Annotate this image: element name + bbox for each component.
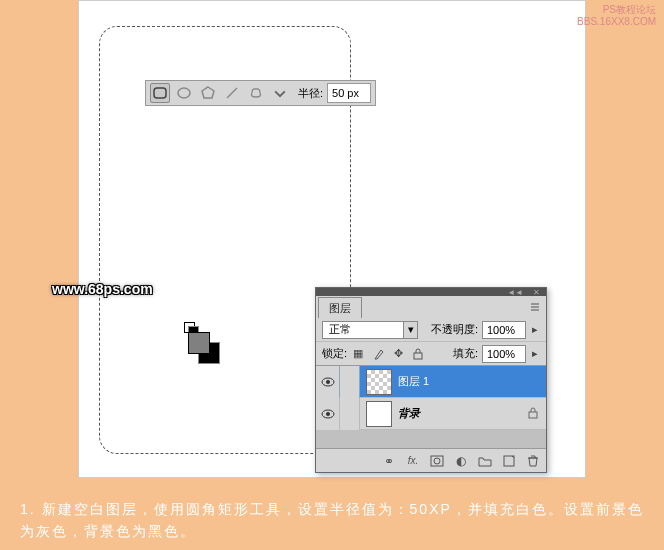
watermark-68ps: www.68ps.com (52, 281, 153, 297)
blend-mode-dropdown[interactable]: 正常 ▾ (322, 321, 418, 339)
visibility-toggle[interactable] (316, 366, 340, 398)
opacity-label: 不透明度: (431, 322, 478, 337)
layer-empty-area (316, 430, 546, 448)
rounded-rectangle-icon[interactable] (150, 83, 170, 103)
lock-all-icon[interactable] (411, 347, 425, 361)
opacity-slider-icon[interactable]: ▸ (530, 321, 540, 339)
shape-options-arrow-icon[interactable] (270, 83, 290, 103)
svg-rect-12 (529, 412, 537, 418)
trash-icon[interactable] (526, 454, 540, 468)
lock-icon (528, 407, 538, 421)
svg-marker-2 (202, 87, 214, 98)
lock-fill-row: 锁定: ▦ ✥ 填充: 100% ▸ (316, 342, 546, 366)
fx-icon[interactable]: fx. (406, 454, 420, 468)
color-swatches (184, 322, 224, 366)
layer-name[interactable]: 背录 (398, 406, 528, 421)
watermark-corner: PS教程论坛 BBS.16XX8.COM (577, 4, 656, 28)
ellipse-icon[interactable] (174, 83, 194, 103)
radius-label: 半径: (298, 86, 323, 101)
svg-line-3 (227, 88, 237, 98)
shape-options-bar: 半径: 50 px (145, 80, 376, 106)
svg-point-14 (434, 458, 440, 464)
layer-item[interactable]: 图层 1 (316, 366, 546, 398)
link-col[interactable] (340, 366, 360, 398)
adjustment-layer-icon[interactable]: ◐ (454, 454, 468, 468)
custom-shape-icon[interactable] (246, 83, 266, 103)
svg-rect-15 (504, 456, 514, 466)
lock-position-icon[interactable]: ✥ (391, 347, 405, 361)
visibility-toggle[interactable] (316, 398, 340, 430)
radius-input[interactable]: 50 px (327, 83, 371, 103)
layer-list: 图层 1 背录 (316, 366, 546, 448)
fill-slider-icon[interactable]: ▸ (530, 345, 540, 363)
foreground-color-swatch[interactable] (188, 332, 210, 354)
svg-point-11 (326, 412, 330, 416)
group-icon[interactable] (478, 454, 492, 468)
chevron-down-icon: ▾ (403, 322, 417, 338)
layers-panel: ◄◄ ✕ 图层 正常 ▾ 不透明度: 100% ▸ 锁定: ▦ ✥ (315, 287, 547, 473)
link-layers-icon[interactable]: ⚭ (382, 454, 396, 468)
svg-rect-0 (154, 88, 166, 98)
layer-name[interactable]: 图层 1 (398, 374, 546, 389)
fill-input[interactable]: 100% (482, 345, 526, 363)
layer-item[interactable]: 背录 (316, 398, 546, 430)
svg-point-9 (326, 380, 330, 384)
mask-icon[interactable] (430, 454, 444, 468)
svg-point-1 (178, 88, 190, 98)
lock-transparency-icon[interactable]: ▦ (351, 347, 365, 361)
lock-label: 锁定: (322, 346, 347, 361)
lock-pixels-icon[interactable] (371, 347, 385, 361)
new-layer-icon[interactable] (502, 454, 516, 468)
panel-menu-icon[interactable] (528, 300, 542, 314)
tutorial-caption: 1. 新建空白图层，使用圆角矩形工具，设置半径值为：50XP，并填充白色。设置前… (20, 498, 644, 542)
tab-layers[interactable]: 图层 (318, 297, 362, 318)
link-col[interactable] (340, 398, 360, 430)
svg-rect-7 (414, 353, 422, 359)
polygon-icon[interactable] (198, 83, 218, 103)
blend-opacity-row: 正常 ▾ 不透明度: 100% ▸ (316, 318, 546, 342)
panel-titlebar[interactable]: ◄◄ ✕ (316, 288, 546, 296)
layer-thumbnail[interactable] (366, 401, 392, 427)
panel-tabs: 图层 (316, 296, 546, 318)
fill-label: 填充: (453, 346, 478, 361)
layer-thumbnail[interactable] (366, 369, 392, 395)
opacity-input[interactable]: 100% (482, 321, 526, 339)
panel-footer: ⚭ fx. ◐ (316, 448, 546, 472)
line-icon[interactable] (222, 83, 242, 103)
